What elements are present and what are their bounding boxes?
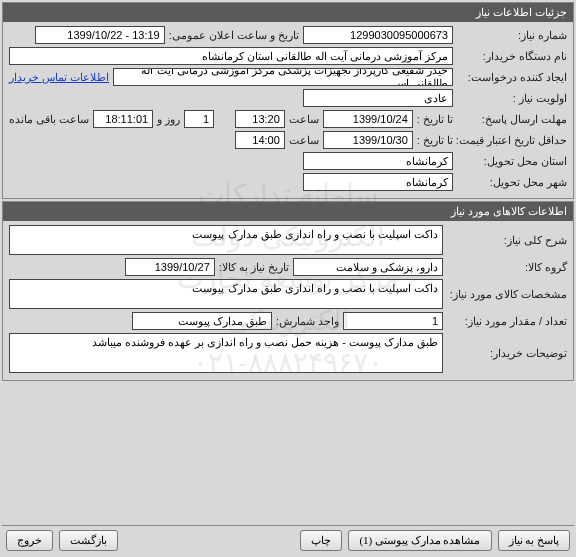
price-validity-to-label: تا تاریخ : (417, 134, 453, 147)
deadline-to-label: تا تاریخ : (417, 113, 453, 126)
creator-label: ایجاد کننده درخواست: (457, 71, 567, 84)
spec-label: مشخصات کالای مورد نیاز: (447, 288, 567, 301)
buyer-field: مرکز آموزشی درمانی آیت اله طالقانی استان… (9, 47, 453, 65)
group-field: دارو، پزشکی و سلامت (293, 258, 443, 276)
province-label: استان محل تحویل: (457, 155, 567, 168)
buyer-label: نام دستگاه خریدار: (457, 50, 567, 63)
panel-goods-info: اطلاعات کالاهای مورد نیاز شرح کلی نیاز: … (2, 201, 574, 381)
group-label: گروه کالا: (447, 261, 567, 274)
need-number-field: 1299030095000673 (303, 26, 453, 44)
need-number-label: شماره نیاز: (457, 29, 567, 42)
city-label: شهر محل تحویل: (457, 176, 567, 189)
contact-link[interactable]: اطلاعات تماس خریدار (9, 71, 109, 84)
panel2-title: اطلاعات کالاهای مورد نیاز (3, 202, 573, 221)
remain-time-lbl: ساعت باقی مانده (9, 113, 89, 126)
price-validity-time-lbl: ساعت (289, 134, 319, 147)
deadline-date-field: 1399/10/24 (323, 110, 413, 128)
qty-field: 1 (343, 312, 443, 330)
general-desc-field: داکت اسپلیت با نصب و راه اندازی طبق مدار… (9, 225, 443, 255)
need-date-field: 1399/10/27 (125, 258, 215, 276)
unit-label: واحد شمارش: (276, 315, 339, 328)
price-validity-time-field: 14:00 (235, 131, 285, 149)
priority-field: عادی (303, 89, 453, 107)
deadline-time-field: 13:20 (235, 110, 285, 128)
need-date-label: تاریخ نیاز به کالا: (219, 261, 289, 274)
anndate-label: تاریخ و ساعت اعلان عمومی: (169, 29, 299, 42)
spec-field: داکت اسپلیت با نصب و راه اندازی طبق مدار… (9, 279, 443, 309)
province-field: کرمانشاه (303, 152, 453, 170)
price-validity-label: حداقل تاریخ اعتبار قیمت: (457, 134, 567, 147)
footer-toolbar: پاسخ به نیاز مشاهده مدارک پیوستی (1) چاپ… (2, 525, 574, 555)
creator-field: حیدر شفیعی کارپرداز تجهیزات پزشکی مرکز آ… (113, 68, 453, 86)
deadline-label: مهلت ارسال پاسخ: (457, 113, 567, 126)
deadline-time-lbl: ساعت (289, 113, 319, 126)
panel-need-details: جزئیات اطلاعات نیاز شماره نیاز: 12990300… (2, 2, 574, 199)
unit-field: طبق مدارک پیوست (132, 312, 272, 330)
general-desc-label: شرح کلی نیاز: (447, 234, 567, 247)
buyer-notes-label: توضیحات خریدار: (447, 347, 567, 360)
qty-label: تعداد / مقدار مورد نیاز: (447, 315, 567, 328)
priority-label: اولویت نیاز : (457, 92, 567, 105)
remain-day-lbl: روز و (157, 113, 180, 126)
buyer-notes-field: طبق مدارک پیوست - هزینه حمل نصب و راه ان… (9, 333, 443, 373)
remain-day-field: 1 (184, 110, 214, 128)
anndate-field: 13:19 - 1399/10/22 (35, 26, 165, 44)
attachments-button[interactable]: مشاهده مدارک پیوستی (1) (348, 530, 491, 551)
back-button[interactable]: بازگشت (59, 530, 118, 551)
print-button[interactable]: چاپ (300, 530, 342, 551)
city-field: کرمانشاه (303, 173, 453, 191)
panel1-title: جزئیات اطلاعات نیاز (3, 3, 573, 22)
remain-time-field: 18:11:01 (93, 110, 153, 128)
respond-button[interactable]: پاسخ به نیاز (498, 530, 571, 551)
price-validity-date-field: 1399/10/30 (323, 131, 413, 149)
exit-button[interactable]: خروج (6, 530, 53, 551)
